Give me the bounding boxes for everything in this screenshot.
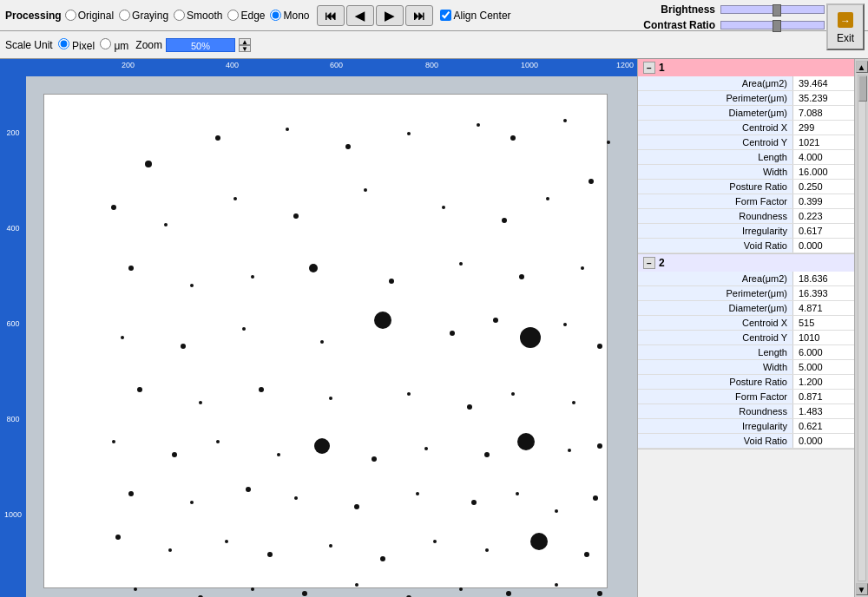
particle [530, 533, 548, 550]
particle [519, 274, 524, 279]
row-label: Length [638, 150, 793, 164]
zoom-up[interactable]: ▲ [239, 38, 251, 45]
scroll-track[interactable] [858, 75, 866, 581]
particle [199, 401, 202, 404]
contrast-label: Contrast Ratio [637, 19, 715, 31]
particle [516, 492, 519, 495]
v-label-800: 800 [0, 415, 26, 423]
row-label: Diameter(μm) [638, 106, 793, 120]
particle [277, 453, 280, 456]
mono-radio[interactable]: Mono [270, 10, 309, 22]
particle [309, 264, 318, 272]
row-label: Width [638, 360, 793, 374]
table-row: Length 4.000 [638, 150, 854, 165]
particle [112, 440, 115, 443]
h-label-800: 800 [425, 61, 438, 69]
particle [380, 556, 385, 561]
brightness-thumb[interactable] [773, 4, 781, 16]
scroll-thumb[interactable] [858, 75, 867, 102]
smooth-radio[interactable]: Smooth [174, 10, 222, 22]
scroll-down-button[interactable]: ▼ [856, 583, 868, 595]
scroll-up-button[interactable]: ▲ [856, 61, 868, 73]
particle [597, 443, 602, 449]
particle [459, 262, 463, 266]
row-value: 515 [793, 316, 854, 330]
row-value: 0.399 [793, 194, 854, 208]
next-button[interactable]: ▶ [376, 5, 404, 26]
particle [593, 495, 598, 501]
particle [355, 583, 358, 587]
zoom-spinner[interactable]: ▲ ▼ [239, 38, 251, 52]
row-value: 4.000 [793, 150, 854, 164]
table-row: Roundness 1.483 [638, 404, 854, 419]
particle [293, 213, 299, 219]
brightness-track[interactable] [720, 5, 825, 14]
particle [555, 583, 558, 587]
original-radio[interactable]: Original [65, 10, 114, 22]
particle [168, 548, 172, 552]
section-2: − 2 Area(μm2) 18.636 Perimeter(μm) 16.39… [638, 254, 854, 449]
particle [190, 284, 194, 287]
v-ruler-ticks: 200 400 600 800 1000 [0, 76, 26, 597]
row-label: Centroid Y [638, 331, 793, 344]
last-button[interactable]: ⏭ [405, 5, 433, 26]
contrast-track[interactable] [720, 21, 825, 30]
row-label: Width [638, 165, 793, 179]
toolbar2: Scale Unit Pixel μm Zoom 50% ▲ ▼ [0, 31, 868, 59]
table-row: Posture Ratio 1.200 [638, 375, 854, 390]
row-label: Roundness [638, 209, 793, 223]
row-label: Irregularity [638, 224, 793, 238]
zoom-down[interactable]: ▼ [239, 45, 251, 52]
row-label: Centroid X [638, 121, 793, 134]
contrast-thumb[interactable] [773, 20, 781, 32]
section-header-1[interactable]: − 1 [638, 59, 854, 76]
section-header-2[interactable]: − 2 [638, 254, 854, 272]
row-label: Diameter(μm) [638, 301, 793, 315]
row-value: 1010 [793, 331, 854, 344]
particle [137, 387, 142, 392]
particle [215, 135, 220, 141]
particle [584, 552, 589, 557]
scale-unit-label: Scale Unit [5, 39, 53, 51]
particle [416, 492, 419, 495]
table-row: Void Ratio 0.000 [638, 434, 854, 449]
collapse-btn-1[interactable]: − [643, 62, 655, 74]
row-value: 299 [793, 121, 854, 134]
particle [520, 327, 541, 348]
table-row: Diameter(μm) 7.088 [638, 106, 854, 121]
exit-button[interactable]: → Exit [826, 3, 865, 50]
zoom-bar[interactable]: 50% [166, 38, 235, 52]
row-label: Centroid X [638, 316, 793, 330]
particle [546, 197, 549, 200]
particle [121, 336, 124, 339]
table-row: Roundness 0.223 [638, 209, 854, 224]
particle [172, 452, 177, 457]
h-label-1000: 1000 [521, 61, 538, 69]
particle [506, 591, 511, 596]
table-row: Perimeter(μm) 16.393 [638, 286, 854, 301]
align-center-label[interactable]: Align Center [440, 10, 511, 22]
first-button[interactable]: ⏮ [317, 5, 345, 26]
row-value: 4.871 [793, 301, 854, 315]
row-label: Area(μm2) [638, 272, 793, 285]
edge-radio[interactable]: Edge [227, 10, 265, 22]
row-value: 1.483 [793, 404, 854, 418]
graying-radio[interactable]: Graying [119, 10, 168, 22]
zoom-value: 50% [167, 39, 234, 53]
particle [329, 544, 332, 548]
collapse-btn-2[interactable]: − [643, 257, 655, 269]
v-label-600: 600 [0, 319, 26, 328]
prev-button[interactable]: ◀ [346, 5, 374, 26]
section-id-1: 1 [659, 62, 665, 74]
um-radio[interactable]: μm [100, 38, 128, 52]
row-label: Void Ratio [638, 239, 793, 253]
row-value: 0.000 [793, 434, 854, 448]
table-row: Width 5.000 [638, 360, 854, 375]
particle [294, 496, 298, 500]
particle [267, 552, 273, 557]
pixel-radio[interactable]: Pixel [58, 38, 95, 52]
particle [134, 587, 137, 591]
brightness-label: Brightness [637, 3, 715, 16]
particle [485, 548, 489, 552]
particle [246, 487, 251, 492]
